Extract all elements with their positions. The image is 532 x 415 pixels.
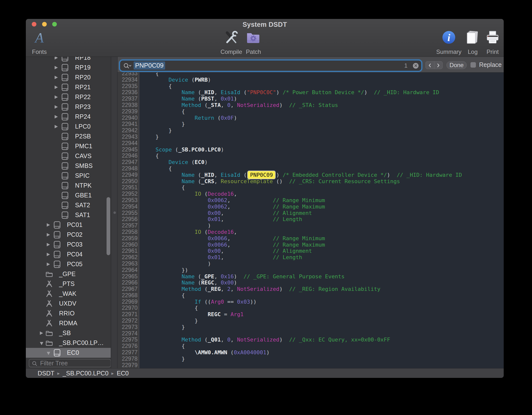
disclosure-right-icon[interactable] — [47, 253, 50, 256]
code-line: REGC = Arg1 — [140, 311, 504, 318]
search-field[interactable]: PNP0C09 1 ✕ — [120, 60, 421, 71]
titlebar-toolbar: System DSDT A Fonts Compile — [26, 19, 504, 57]
pane-splitter[interactable] — [111, 57, 118, 368]
line-number: 22935 — [118, 83, 139, 89]
disclosure-right-icon[interactable] — [40, 331, 43, 335]
tree-item-PC05[interactable]: PC05 — [26, 259, 111, 269]
tree-item-RP21[interactable]: RP21 — [26, 82, 111, 92]
method-icon — [46, 300, 53, 307]
code-line: 0x0066, // Range Maximum — [140, 242, 504, 248]
code-line: If ((Arg0 == 0x03)) — [140, 299, 504, 305]
breadcrumb-item[interactable]: EC0 — [117, 370, 129, 377]
done-button[interactable]: Done — [446, 61, 467, 69]
disclosure-right-icon[interactable] — [55, 76, 58, 79]
gutter-lines: 2293322934229352293622937229382293922940… — [118, 73, 139, 368]
device-icon — [62, 74, 68, 81]
tree-item-NTPK[interactable]: NTPK — [26, 181, 111, 191]
tree-item-RP24[interactable]: RP24 — [26, 112, 111, 122]
disclosure-right-icon[interactable] — [55, 66, 58, 69]
breadcrumb-item[interactable]: DSDT — [38, 370, 54, 377]
print-button[interactable]: Print — [477, 30, 504, 55]
disclosure-right-icon[interactable] — [47, 223, 50, 227]
compile-icon — [224, 30, 239, 45]
code-line: { — [140, 292, 504, 299]
disclosure-right-icon[interactable] — [55, 57, 58, 59]
patch-button[interactable]: Patch — [237, 30, 269, 55]
tree-item-PC03[interactable]: PC03 — [26, 240, 111, 250]
code-line: } — [140, 121, 504, 127]
code-line: { — [140, 305, 504, 311]
disclosure-right-icon[interactable] — [55, 95, 58, 99]
line-number: 22945 — [118, 147, 139, 153]
tree-item-RP18[interactable]: RP18 — [26, 57, 111, 63]
tree-item-PMC1[interactable]: PMC1 — [26, 141, 111, 151]
status-bar: DSDT▸_SB.PC00.LPC0▸EC0 — [26, 368, 504, 378]
device-icon — [54, 349, 61, 356]
code-line: { — [140, 73, 504, 77]
tree-item-RP19[interactable]: RP19 — [26, 63, 111, 73]
tree-item-PC01[interactable]: PC01 — [26, 220, 111, 230]
find-previous-button[interactable] — [426, 61, 434, 69]
tree-item-_WAK[interactable]: _WAK — [26, 289, 111, 299]
fonts-icon: A — [32, 30, 47, 45]
disclosure-right-icon[interactable] — [47, 233, 50, 237]
tree-item-_PTS[interactable]: _PTS — [26, 279, 111, 289]
replace-checkbox[interactable] — [470, 62, 476, 68]
method-icon — [46, 320, 53, 327]
disclosure-right-icon[interactable] — [47, 263, 50, 266]
tree-item-EC0[interactable]: EC0 — [26, 348, 111, 358]
chevron-right-icon — [437, 63, 440, 68]
code-line: IO (Decode16, — [140, 229, 504, 235]
tree-item-GBE1[interactable]: GBE1 — [26, 191, 111, 200]
tree-item-RP22[interactable]: RP22 — [26, 92, 111, 102]
line-number: 22947 — [118, 159, 139, 165]
device-icon — [62, 133, 68, 140]
code-editor[interactable]: { Device (PWRB) { Name (_HID, EisaId ("P… — [140, 73, 504, 368]
disclosure-down-icon[interactable] — [47, 352, 50, 355]
code-line: ) — [140, 222, 504, 229]
breadcrumb-item[interactable]: _SB.PC00.LPC0 — [63, 370, 109, 377]
sidebar-scrollbar[interactable] — [107, 197, 110, 255]
code-line: Method (_REG, 2, NotSerialized) // _REG:… — [140, 286, 504, 292]
filter-tree-input[interactable]: Filter Tree — [29, 359, 111, 367]
tree-item-LPC0[interactable]: LPC0 — [26, 122, 111, 132]
tree-item-RRIO[interactable]: RRIO — [26, 309, 111, 318]
line-number: 22936 — [118, 89, 139, 96]
tree-item-label: LPC0 — [75, 122, 91, 131]
tree-item-RDMA[interactable]: RDMA — [26, 318, 111, 328]
tree-item-RP23[interactable]: RP23 — [26, 102, 111, 112]
tree-item-RP20[interactable]: RP20 — [26, 73, 111, 82]
tree-item-SAT2[interactable]: SAT2 — [26, 200, 111, 210]
tree-item-SPIC[interactable]: SPIC — [26, 171, 111, 181]
disclosure-right-icon[interactable] — [55, 115, 58, 119]
code-line: } — [140, 127, 504, 134]
tree-item-_GPE[interactable]: _GPE — [26, 269, 111, 279]
line-number: 22966 — [118, 280, 139, 286]
disclosure-right-icon[interactable] — [47, 243, 50, 246]
disclosure-right-icon[interactable] — [55, 86, 58, 89]
line-number: 22946 — [118, 153, 139, 159]
tree-item-_SB[interactable]: _SB — [26, 328, 111, 338]
tree-item-PC04[interactable]: PC04 — [26, 250, 111, 259]
code-line: 0x01, // Length — [140, 254, 504, 261]
code-line: { — [140, 165, 504, 172]
tree-item-SAT1[interactable]: SAT1 — [26, 210, 111, 220]
find-next-button[interactable] — [434, 61, 443, 69]
clear-search-button[interactable]: ✕ — [413, 63, 419, 69]
tree-item-PC02[interactable]: PC02 — [26, 230, 111, 240]
disclosure-right-icon[interactable] — [55, 105, 58, 109]
line-number: 22960 — [118, 242, 139, 248]
tree-item-P2SB[interactable]: P2SB — [26, 132, 111, 141]
fonts-button[interactable]: A Fonts — [26, 30, 55, 55]
tree-item-CAVS[interactable]: CAVS — [26, 151, 111, 161]
disclosure-down-icon[interactable] — [40, 342, 43, 345]
disclosure-right-icon[interactable] — [55, 125, 58, 128]
tree-item-UXDV[interactable]: UXDV — [26, 299, 111, 309]
line-number: 22950 — [118, 178, 139, 185]
tree-item-label: CAVS — [75, 151, 92, 161]
line-number: 22964 — [118, 267, 139, 273]
tree-item-_SBPC00LP[interactable]: _SB.PC00.LP… — [26, 338, 111, 348]
code-line: 0x0066, // Range Minimum — [140, 235, 504, 242]
line-number: 22951 — [118, 184, 139, 191]
tree-item-SMBS[interactable]: SMBS — [26, 161, 111, 171]
